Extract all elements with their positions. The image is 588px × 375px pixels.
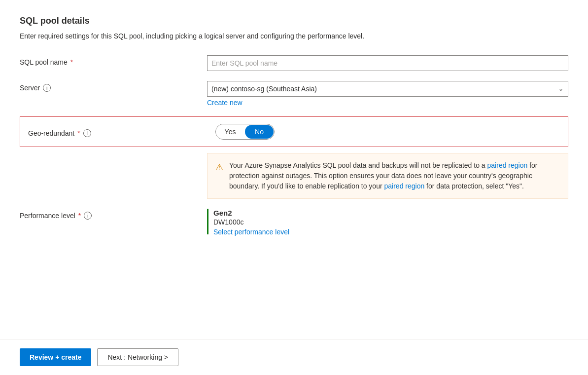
performance-info-icon[interactable]: i bbox=[84, 212, 92, 220]
geo-redundant-toggle[interactable]: Yes No bbox=[215, 124, 275, 140]
performance-level-label: Performance level * i bbox=[20, 209, 207, 220]
geo-required-indicator: * bbox=[77, 129, 80, 137]
sql-pool-name-label: SQL pool name * bbox=[20, 55, 207, 66]
main-content: SQL pool details Enter required settings… bbox=[0, 0, 588, 339]
geo-redundant-control: Yes No bbox=[215, 124, 560, 140]
footer: Review + create Next : Networking > bbox=[0, 339, 588, 375]
required-indicator: * bbox=[70, 58, 73, 66]
server-dropdown[interactable]: (new) contoso-sg (Southeast Asia) bbox=[207, 81, 568, 97]
server-dropdown-wrapper: (new) contoso-sg (Southeast Asia) ⌄ bbox=[207, 81, 568, 97]
geo-redundant-warning: ⚠ Your Azure Synapse Analytics SQL pool … bbox=[207, 153, 568, 199]
toggle-no-option[interactable]: No bbox=[245, 125, 274, 139]
server-control: (new) contoso-sg (Southeast Asia) ⌄ Crea… bbox=[207, 81, 568, 107]
sql-pool-name-row: SQL pool name * bbox=[20, 55, 568, 71]
section-title: SQL pool details bbox=[20, 16, 568, 26]
performance-level-row: Performance level * i Gen2 DW1000c Selec… bbox=[20, 209, 568, 236]
warning-icon: ⚠ bbox=[215, 161, 223, 191]
performance-gen: Gen2 bbox=[213, 209, 289, 217]
geo-redundant-label: Geo-redundant * i bbox=[28, 126, 215, 137]
performance-level-control: Gen2 DW1000c Select performance level bbox=[207, 209, 568, 236]
sql-pool-name-control bbox=[207, 55, 568, 71]
toggle-yes-option[interactable]: Yes bbox=[216, 124, 244, 139]
create-new-link[interactable]: Create new bbox=[207, 99, 242, 107]
server-info-icon[interactable]: i bbox=[43, 84, 51, 92]
sql-pool-name-input[interactable] bbox=[207, 55, 568, 71]
server-row: Server i (new) contoso-sg (Southeast Asi… bbox=[20, 81, 568, 107]
geo-redundant-row: Geo-redundant * i Yes No bbox=[20, 116, 568, 147]
performance-green-bar bbox=[207, 209, 208, 234]
perf-required-indicator: * bbox=[78, 212, 81, 220]
warning-text-content: Your Azure Synapse Analytics SQL pool da… bbox=[229, 160, 560, 191]
geo-redundant-info-icon[interactable]: i bbox=[83, 129, 91, 137]
select-performance-level-link[interactable]: Select performance level bbox=[213, 228, 289, 236]
review-create-button[interactable]: Review + create bbox=[20, 348, 91, 366]
paired-region-link-1[interactable]: paired region bbox=[487, 161, 528, 169]
performance-level-content: Gen2 DW1000c Select performance level bbox=[213, 209, 289, 236]
section-description: Enter required settings for this SQL poo… bbox=[20, 31, 568, 41]
paired-region-link-2[interactable]: paired region bbox=[384, 182, 425, 190]
server-label: Server i bbox=[20, 81, 207, 92]
next-networking-button[interactable]: Next : Networking > bbox=[97, 348, 178, 366]
performance-level-inner: Gen2 DW1000c Select performance level bbox=[207, 209, 568, 236]
performance-dw: DW1000c bbox=[213, 218, 289, 226]
